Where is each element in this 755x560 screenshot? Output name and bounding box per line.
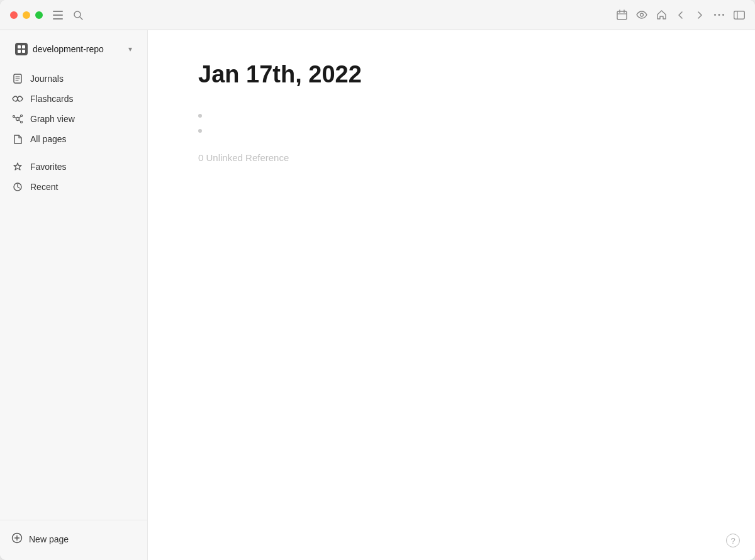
sidebar-item-all-pages[interactable]: All pages <box>5 130 142 148</box>
list-item <box>198 107 705 122</box>
svg-point-23 <box>16 118 20 121</box>
app-window: development-repo ▾ Journals <box>0 0 755 560</box>
svg-rect-1 <box>53 14 63 16</box>
svg-point-9 <box>640 13 644 16</box>
sidebar: development-repo ▾ Journals <box>0 30 148 560</box>
workspace-name: development-repo <box>33 44 104 54</box>
svg-rect-18 <box>22 50 25 53</box>
svg-rect-16 <box>22 45 25 48</box>
page-content: Jan 17th, 2022 0 Unlinked Reference <box>148 30 755 560</box>
close-button[interactable] <box>10 11 18 19</box>
bullet-dot <box>198 114 202 118</box>
maximize-button[interactable] <box>35 11 43 19</box>
traffic-lights <box>10 11 43 19</box>
all-pages-label: All pages <box>30 134 67 144</box>
svg-rect-15 <box>18 45 21 48</box>
graph-view-label: Graph view <box>30 114 75 124</box>
svg-line-4 <box>80 17 82 20</box>
sidebar-nav: Journals Flashcards <box>0 64 147 520</box>
new-page-plus-icon <box>11 532 23 546</box>
minimize-button[interactable] <box>23 11 30 19</box>
svg-line-29 <box>20 120 21 122</box>
sidebar-item-flashcards[interactable]: Flashcards <box>5 89 142 108</box>
graph-view-icon <box>11 114 24 124</box>
svg-point-12 <box>722 14 724 16</box>
recent-icon <box>11 182 24 192</box>
journals-icon <box>11 74 24 84</box>
svg-point-10 <box>714 14 716 16</box>
flashcards-label: Flashcards <box>30 94 73 104</box>
titlebar-right <box>617 9 745 20</box>
svg-rect-5 <box>617 11 627 20</box>
new-page-button[interactable]: New page <box>5 528 142 550</box>
svg-point-25 <box>21 115 23 117</box>
svg-rect-17 <box>18 50 21 53</box>
svg-line-27 <box>14 117 16 118</box>
svg-point-26 <box>21 121 23 123</box>
svg-rect-2 <box>53 18 63 20</box>
favorites-icon <box>11 162 24 172</box>
workspace-chevron-icon: ▾ <box>128 45 132 53</box>
svg-point-11 <box>719 14 720 16</box>
svg-rect-0 <box>53 11 63 12</box>
new-page-label: New page <box>29 534 69 544</box>
titlebar-actions <box>53 10 83 20</box>
calendar-icon[interactable] <box>617 9 627 20</box>
search-icon[interactable] <box>73 10 83 20</box>
content-area: Jan 17th, 2022 0 Unlinked Reference ? <box>148 30 755 560</box>
sidebar-toggle-icon[interactable] <box>734 11 745 20</box>
sidebar-item-journals[interactable]: Journals <box>5 69 142 88</box>
bullet-list <box>198 107 705 137</box>
sidebar-item-favorites[interactable]: Favorites <box>5 157 142 176</box>
home-icon[interactable] <box>656 9 667 20</box>
favorites-label: Favorites <box>30 162 67 172</box>
main-layout: development-repo ▾ Journals <box>0 30 755 560</box>
back-icon[interactable] <box>676 10 686 20</box>
journals-label: Journals <box>30 74 64 84</box>
sidebar-item-recent[interactable]: Recent <box>5 177 142 196</box>
hamburger-icon[interactable] <box>53 11 63 20</box>
workspace-selector[interactable]: development-repo ▾ <box>10 39 137 59</box>
svg-rect-13 <box>734 11 745 19</box>
unlinked-reference: 0 Unlinked Reference <box>198 152 705 163</box>
all-pages-icon <box>11 134 24 144</box>
recent-label: Recent <box>30 182 58 192</box>
help-button[interactable]: ? <box>726 534 740 547</box>
forward-icon[interactable] <box>695 10 705 20</box>
sidebar-item-graph-view[interactable]: Graph view <box>5 109 142 128</box>
list-item <box>198 122 705 137</box>
flashcards-icon <box>11 96 24 102</box>
eye-icon[interactable] <box>636 11 647 19</box>
page-title: Jan 17th, 2022 <box>198 60 705 89</box>
sidebar-bottom: New page <box>0 520 147 560</box>
sidebar-top: development-repo ▾ <box>0 30 147 64</box>
svg-line-28 <box>20 117 21 118</box>
workspace-icon <box>15 43 28 55</box>
bullet-dot <box>198 129 202 133</box>
titlebar <box>0 0 755 30</box>
more-icon[interactable] <box>713 13 725 16</box>
